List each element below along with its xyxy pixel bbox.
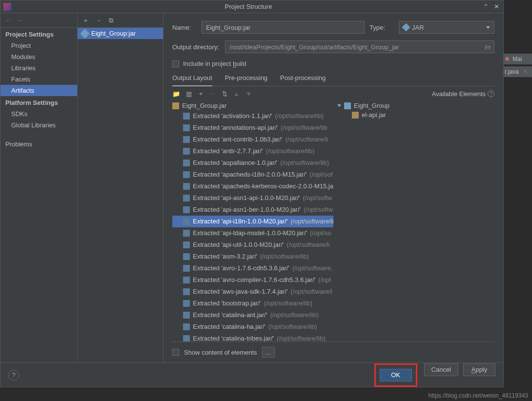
extracted-icon	[183, 136, 190, 143]
extracted-icon	[183, 323, 190, 330]
layout-icon[interactable]: ▥	[186, 90, 192, 98]
outdir-label: Output directory:	[172, 43, 219, 51]
close-icon[interactable]: ✕	[492, 3, 500, 11]
nav-back-icon[interactable]: ←	[5, 17, 12, 24]
tree-item[interactable]: Extracted 'api-i18n-1.0.0-M20.jar/' (/op…	[172, 216, 333, 227]
sidebar-item-facets[interactable]: Facets	[0, 74, 77, 85]
ok-button[interactable]: OK	[380, 369, 412, 381]
tree-item[interactable]: Extracted 'api-asn1-api-1.0.0-M20.jar/' …	[172, 192, 333, 204]
nav-forward-icon[interactable]: →	[17, 17, 23, 24]
avail-root-label: Eight_Group	[354, 102, 389, 109]
help-icon[interactable]: ?	[488, 90, 494, 97]
extracted-icon	[183, 265, 190, 272]
module-icon	[344, 102, 351, 109]
ok-highlight: OK	[374, 363, 417, 387]
extracted-icon	[183, 113, 190, 120]
include-build-label: Include in project build	[183, 60, 246, 67]
platform-settings-header: Platform Settings	[0, 96, 77, 108]
tree-item[interactable]: Extracted 'aopalliance-1.0.jar/' (/opt/s…	[172, 157, 333, 169]
apply-button[interactable]: Apply	[463, 363, 495, 376]
sidebar-item-modules[interactable]: Modules	[0, 51, 77, 62]
tree-item[interactable]: Extracted 'bootstrap.jar/' (/opt/softwar…	[172, 298, 333, 309]
extracted-icon	[183, 171, 190, 178]
jar-icon	[80, 29, 90, 39]
tab-post-processing[interactable]: Post-processing	[280, 71, 326, 86]
tree-item[interactable]: Extracted 'catalina-tribes.jar/' (/opt/s…	[172, 333, 333, 341]
extracted-icon	[183, 241, 190, 248]
tree-item[interactable]: Extracted 'catalina-ant.jar/' (/opt/soft…	[172, 309, 333, 321]
tree-item[interactable]: Extracted 'apacheds-i18n-2.0.0-M15.jar/'…	[172, 169, 333, 180]
extracted-icon	[183, 218, 190, 225]
available-elements-label: Available Elements	[432, 90, 486, 98]
help-button[interactable]: ?	[8, 370, 19, 381]
sidebar-item-global-libraries[interactable]: Global Libraries	[0, 120, 77, 131]
tab-pre-processing[interactable]: Pre-processing	[225, 71, 267, 86]
tree-item[interactable]: Extracted 'api-ldap-model-1.0.0-M20.jar/…	[172, 227, 333, 239]
sidebar-item-project[interactable]: Project	[0, 40, 77, 51]
move-down-icon[interactable]: ▼	[246, 90, 252, 98]
add-icon[interactable]: ＋	[82, 16, 89, 25]
add-copy-icon[interactable]: ＋	[198, 89, 204, 98]
artifact-list-label: Eight_Group:jar	[91, 30, 136, 37]
name-input[interactable]	[202, 21, 365, 34]
bg-tab-main: ✱Mai	[500, 54, 532, 64]
extracted-icon	[183, 312, 190, 319]
sidebar-item-artifacts[interactable]: Artifacts	[0, 85, 77, 96]
jar-type-icon	[402, 23, 410, 32]
artifact-list-item[interactable]: Eight_Group:jar	[78, 28, 163, 39]
browse-folder-icon[interactable]: 🗁	[485, 43, 491, 51]
tree-item[interactable]: Extracted 'api-util-1.0.0-M20.jar/' (/op…	[172, 239, 333, 251]
tree-item[interactable]: Extracted 'catalina-ha.jar/' (/opt/softw…	[172, 321, 333, 333]
new-folder-icon[interactable]: 📁	[172, 90, 180, 98]
tree-item[interactable]: Extracted 'aws-java-sdk-1.7.4.jar/' (/op…	[172, 286, 333, 298]
tree-item[interactable]: Extracted 'annotations-api.jar/' (/opt/s…	[172, 122, 333, 134]
extracted-icon	[183, 206, 190, 213]
sidebar-item-libraries[interactable]: Libraries	[0, 62, 77, 74]
tree-item[interactable]: Extracted 'ant-contrib-1.0b3.jar/' (/opt…	[172, 134, 333, 145]
sort-icon[interactable]: ⇅	[222, 90, 227, 98]
move-up-icon[interactable]: ▲	[233, 90, 240, 98]
outdir-input[interactable]: /root/IdeaProjects/Eight_Group/out/artif…	[225, 40, 494, 53]
tab-output-layout[interactable]: Output Layout	[172, 71, 212, 86]
tree-item[interactable]: Extracted 'api-asn1-ber-1.0.0-M20.jar/' …	[172, 204, 333, 216]
extracted-icon	[183, 300, 190, 307]
tree-item[interactable]: Extracted 'avro-compiler-1.7.6-cdh5.3.6.…	[172, 274, 333, 286]
tree-item[interactable]: Extracted 'asm-3.2.jar/' (/opt/software/…	[172, 251, 333, 262]
type-value: JAR	[412, 24, 424, 31]
project-settings-header: Project Settings	[0, 28, 77, 40]
output-layout-tree[interactable]: Eight_Group.jar Extracted 'activation-1.…	[172, 101, 333, 341]
ellipsis-button[interactable]: …	[262, 347, 275, 358]
chevron-down-icon	[486, 26, 490, 29]
extracted-icon	[183, 183, 190, 190]
expand-icon[interactable]	[337, 104, 341, 107]
extracted-icon	[183, 335, 190, 341]
titlebar: Project Structure ⌃ ✕	[0, 0, 503, 13]
remove-item-icon[interactable]: －	[210, 89, 216, 98]
watermark: https://blog.csdn.net/weixin_46119343	[429, 392, 528, 399]
sidebar-item-sdks[interactable]: SDKs	[0, 108, 77, 120]
extracted-icon	[183, 148, 190, 155]
window-title: Project Structure	[15, 3, 482, 10]
tree-item[interactable]: Extracted 'activation-1.1.jar/' (/opt/so…	[172, 110, 333, 122]
tree-item[interactable]: Extracted 'antlr-2.7.7.jar/' (/opt/softw…	[172, 145, 333, 157]
problems-item[interactable]: Problems	[0, 139, 77, 150]
lib-icon	[352, 112, 359, 119]
tree-item[interactable]: Extracted 'avro-1.7.6-cdh5.3.6.jar/' (/o…	[172, 262, 333, 274]
cancel-button[interactable]: Cancel	[424, 363, 458, 376]
bg-tab-java: r.java×	[500, 66, 532, 77]
show-content-checkbox[interactable]	[172, 349, 179, 356]
available-elements-tree[interactable]: Eight_Group el-api.jar	[333, 101, 494, 341]
extracted-icon	[183, 124, 190, 131]
tree-item[interactable]: Extracted 'apacheds-kerberos-codec-2.0.0…	[172, 180, 333, 192]
extracted-icon	[183, 277, 190, 283]
minimize-icon[interactable]: ⌃	[482, 3, 490, 11]
remove-icon[interactable]: －	[96, 16, 102, 25]
type-select[interactable]: JAR	[399, 21, 494, 34]
show-content-label: Show content of elements	[184, 349, 257, 356]
extracted-icon	[183, 253, 190, 260]
extracted-icon	[183, 195, 190, 201]
tree-root-label: Eight_Group.jar	[182, 102, 226, 109]
copy-icon[interactable]: ⧉	[109, 17, 113, 24]
app-icon	[3, 3, 11, 11]
include-build-checkbox[interactable]	[172, 60, 179, 67]
